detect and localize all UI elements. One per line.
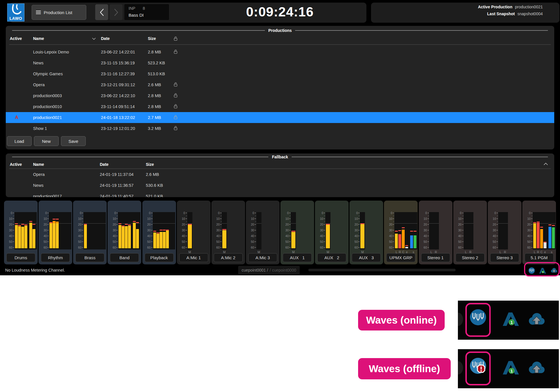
production-list-button[interactable]: Production List xyxy=(32,5,86,20)
channel-tile[interactable]: 0102030405060Rhythm xyxy=(39,201,72,264)
channel-tile[interactable]: 0102030405060LRStereo 1 xyxy=(419,201,452,264)
scale-label: 50 xyxy=(74,240,81,243)
productions-title: Productions xyxy=(12,28,548,33)
channel-tile[interactable]: 0102030405060LRCesUPMX GRP xyxy=(384,201,418,264)
peak-indicator xyxy=(33,224,35,225)
channel-tile[interactable]: 0102030405060MAUX 2 xyxy=(315,201,349,264)
channel-tile[interactable]: 0102030405060Band xyxy=(108,201,141,264)
channel-tile[interactable]: 0102030405060MA:Mic 2 xyxy=(211,201,245,264)
cell-size: 2.6 MB xyxy=(146,172,159,177)
fb-column-header-name[interactable]: Name xyxy=(33,162,44,167)
channel-tile[interactable]: 0102030405060MA:Mic 3 xyxy=(246,201,280,264)
channel-label-button[interactable]: 5.1 PGM xyxy=(525,253,554,262)
channel-label-button[interactable]: UPMX GRP xyxy=(386,253,415,262)
column-header-date[interactable]: Date xyxy=(101,36,110,41)
chevron-right-icon xyxy=(114,9,119,16)
scale-label: 0 xyxy=(350,212,358,215)
production-row[interactable]: production000323-06-22 14:22:102.8 MB xyxy=(6,90,554,101)
scale-label: 40 xyxy=(143,235,151,238)
column-header-size[interactable]: Size xyxy=(148,36,156,41)
meter-bar xyxy=(29,223,32,248)
fallback-row[interactable]: production001724-01-19 11:40:57521.0 KB xyxy=(6,191,554,197)
scale-label: 60 xyxy=(350,246,358,249)
channel-tile[interactable]: 0102030405060LRCes5.1 PGM xyxy=(522,201,556,264)
channel-label-button[interactable]: Stereo 1 xyxy=(421,253,450,262)
scale-label: 10 xyxy=(143,217,151,220)
scale-label: 60 xyxy=(143,246,151,249)
production-row[interactable]: Opera23-12-21 09:31:122.6 MB xyxy=(6,79,554,90)
meter-bar xyxy=(15,225,18,248)
back-button[interactable] xyxy=(95,4,108,20)
channel-label-button[interactable]: Drums xyxy=(6,253,35,262)
channel-tile[interactable]: 0102030405060MA:Mic 1 xyxy=(177,201,211,264)
channel-tile[interactable]: 0102030405060Playback xyxy=(142,201,176,264)
production-row[interactable]: News23-11-15 15:36:19523.2 KB xyxy=(6,57,554,68)
channel-tile[interactable]: 0102030405060LRStereo 2 xyxy=(453,201,487,264)
meter-bar xyxy=(163,232,166,248)
save-button[interactable]: Save xyxy=(61,136,86,146)
channel-label-button[interactable]: Rhythm xyxy=(41,253,70,262)
channel-label-button[interactable]: AUX 3 xyxy=(352,253,381,262)
active-production-value: production0021 xyxy=(515,5,543,9)
fb-column-header-active[interactable]: Active xyxy=(10,162,22,167)
scale-label: 50 xyxy=(420,240,427,243)
column-header-active[interactable]: Active xyxy=(10,36,22,41)
channel-label-button[interactable]: Playback xyxy=(145,253,174,262)
selected-channel-display[interactable]: INP8 Bass DI xyxy=(124,4,169,20)
channel-tile[interactable]: 0102030405060MAUX 1 xyxy=(280,201,314,264)
production-row[interactable]: Louis-Lepoix Demo23-06-22 14:22:012.8 MB xyxy=(6,47,554,57)
fb-column-header-size[interactable]: Size xyxy=(146,162,154,167)
scale-label: 60 xyxy=(316,246,323,249)
production-row[interactable]: production001023-11-14 09:51:142.8 MB xyxy=(6,101,554,112)
peak-indicator xyxy=(18,225,21,226)
production-row[interactable]: Aproduction002124-01-18 13:22:022.7 MB xyxy=(6,112,554,123)
meter-display xyxy=(222,212,227,249)
channel-label-button[interactable]: Stereo 3 xyxy=(490,253,519,262)
peak-indicator xyxy=(136,222,139,223)
new-button[interactable]: New xyxy=(34,136,59,146)
fb-column-header-date[interactable]: Date xyxy=(100,162,108,167)
cell-size: 3.2 MB xyxy=(148,126,161,131)
meter-bar xyxy=(414,235,416,248)
meter-display xyxy=(256,212,261,249)
channel-label-button[interactable]: A:Mic 2 xyxy=(214,253,243,262)
channel-tile[interactable]: 0102030405060Brass xyxy=(73,201,107,264)
channel-tile[interactable]: 0102030405060MAUX 3 xyxy=(349,201,383,264)
production-row[interactable]: Show 123-12-19 12:01:203.2 MB xyxy=(6,123,554,134)
cuepoint-display[interactable]: cuepoint0001 / / cuepoint0000 xyxy=(238,266,300,274)
channel-label-button[interactable]: AUX 1 xyxy=(283,253,312,262)
channel-label-button[interactable]: AUX 2 xyxy=(317,253,346,262)
cell-date: 24-01-19 11:36:57 xyxy=(100,183,133,188)
meter-display xyxy=(429,212,439,249)
fallback-row[interactable]: Opera24-01-19 11:37:042.6 MB xyxy=(6,169,554,180)
sort-chevron-down-icon[interactable] xyxy=(92,38,96,40)
column-header-name[interactable]: Name xyxy=(33,36,44,41)
hamburger-icon xyxy=(36,10,41,15)
channel-tile[interactable]: 0102030405060Drums xyxy=(4,201,38,264)
annotation-highlight-ring xyxy=(524,262,560,276)
cuepoint-timeline[interactable] xyxy=(308,269,456,271)
meter-bar xyxy=(552,227,555,248)
column-header-lock-icon[interactable] xyxy=(174,36,177,42)
peak-indicator xyxy=(552,225,555,226)
channel-label-button[interactable]: Band xyxy=(110,253,139,262)
forward-button[interactable] xyxy=(110,4,123,20)
meter-bar xyxy=(402,230,405,248)
status-bar: No Loudness Metering Channel. cuepoint00… xyxy=(0,265,560,275)
svg-text:1: 1 xyxy=(510,368,513,373)
collapse-chevron-up-icon[interactable] xyxy=(544,163,548,165)
load-button[interactable]: Load xyxy=(7,136,32,146)
meter-display xyxy=(291,212,296,249)
channel-tile[interactable]: 0102030405060LRStereo 3 xyxy=(488,201,521,264)
production-row[interactable]: Olympic Games23-11-16 12:27:39513.0 KB xyxy=(6,68,554,79)
peak-indicator xyxy=(24,224,27,225)
channel-label-button[interactable]: Brass xyxy=(75,253,104,262)
peak-indicator xyxy=(56,219,59,220)
channel-label-button[interactable]: A:Mic 1 xyxy=(179,253,208,262)
peak-indicator xyxy=(128,224,131,225)
fallback-row[interactable]: News24-01-19 11:36:57530.6 KB xyxy=(6,180,554,191)
meter-bar xyxy=(24,226,27,248)
channel-label-button[interactable]: A:Mic 3 xyxy=(248,253,277,262)
cell-date: 23-06-22 14:22:01 xyxy=(101,50,135,54)
channel-label-button[interactable]: Stereo 2 xyxy=(456,253,485,262)
